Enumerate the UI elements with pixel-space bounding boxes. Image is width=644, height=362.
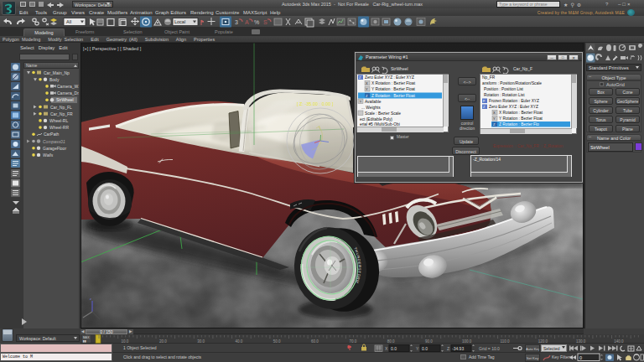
svg-text:Y: Y [493, 116, 496, 121]
svg-text:A: A [245, 19, 249, 25]
svg-text:CarPath: CarPath [44, 132, 60, 137]
svg-text:Frozen Rotation : Euler XYZ: Frozen Rotation : Euler XYZ [489, 99, 539, 103]
svg-text:GarageFloor: GarageFloor [43, 146, 66, 151]
svg-text:0.0: 0.0 [422, 346, 428, 351]
svg-text:Camera_Dr...: Camera_Dr... [57, 90, 79, 96]
svg-text:X: X [493, 111, 496, 115]
svg-text:Car_Np_FL: Car_Np_FL [50, 105, 72, 110]
svg-text:X Rotation : Bezier Float: X Rotation : Bezier Float [371, 81, 416, 85]
svg-text:Wheel-RL: Wheel-RL [49, 118, 68, 123]
svg-text:[+] [ Perspective ] [ Shaded ]: [+] [ Perspective ] [ Shaded ] [83, 46, 142, 51]
svg-text:Zero Euler XYZ : Euler XYZ: Zero Euler XYZ : Euler XYZ [489, 105, 538, 109]
svg-text:Compass01: Compass01 [43, 139, 65, 144]
svg-text:Local: Local [174, 19, 185, 24]
svg-text:Y Rotation : Bezier Float: Y Rotation : Bezier Float [371, 87, 416, 91]
svg-text:Scale : Bezier Scale: Scale : Bezier Scale [365, 111, 401, 116]
svg-text:▮▮: ▮▮ [83, 339, 86, 343]
svg-text:erial #5 (Multi/Sub-Obj: erial #5 (Multi/Sub-Obj [360, 122, 400, 127]
svg-text:X Rotation : Bezier Float: X Rotation : Bezier Float [499, 111, 543, 115]
svg-text:Position : Position List: Position : Position List [484, 87, 524, 91]
svg-text:Z:: Z: [447, 346, 450, 351]
svg-text:z: z [90, 297, 91, 301]
svg-text:Rotation : Rotation List: Rotation : Rotation List [484, 93, 525, 97]
svg-text:Car_Np_FR: Car_Np_FR [50, 111, 73, 116]
svg-text:ansform : Position/Rotation/Sc: ansform : Position/Rotation/Scale [482, 81, 542, 85]
svg-text:Zero Euler XYZ : Euler XYZ: Zero Euler XYZ : Euler XYZ [365, 75, 414, 80]
svg-text:X:: X: [385, 346, 389, 351]
svg-text:Y: Y [366, 87, 368, 91]
svg-text:X: X [366, 81, 368, 85]
svg-text:3: 3 [235, 19, 238, 25]
svg-text:0: 0 [579, 355, 582, 360]
svg-text:Camera_W...: Camera_W... [57, 84, 79, 89]
svg-text:Car_Main_Np: Car_Main_Np [44, 70, 70, 75]
svg-text:Grid = 10.0: Grid = 10.0 [479, 346, 500, 351]
svg-text:%: % [254, 19, 259, 25]
svg-text:[ Z: -35.00 : 0.00 ]: [ Z: -35.00 : 0.00 ] [297, 101, 334, 106]
svg-text:All: All [66, 19, 71, 24]
svg-text:0.0: 0.0 [391, 346, 397, 351]
svg-text:-34.93: -34.93 [452, 346, 464, 351]
svg-text:Available: Available [365, 100, 382, 104]
svg-text:StrWheel: StrWheel [56, 97, 74, 102]
svg-text:Wheel-RR: Wheel-RR [49, 125, 69, 130]
svg-text:Np_FR: Np_FR [482, 75, 496, 80]
svg-text:Walls: Walls [43, 153, 54, 158]
svg-text:... Weights: ... Weights [361, 106, 381, 110]
svg-text:Body: Body [49, 77, 60, 82]
svg-text:Z Rotation : Bezier Float: Z Rotation : Bezier Float [371, 94, 415, 98]
svg-text:Z Rotation : Bezier Flo: Z Rotation : Bezier Flo [499, 122, 539, 127]
svg-text:Y Rotation : Bezier Float: Y Rotation : Bezier Float [499, 116, 543, 121]
svg-text:Y:: Y: [416, 346, 419, 351]
svg-text:S: S [263, 19, 267, 25]
svg-text:ect (Editable Poly): ect (Editable Poly) [360, 117, 392, 122]
